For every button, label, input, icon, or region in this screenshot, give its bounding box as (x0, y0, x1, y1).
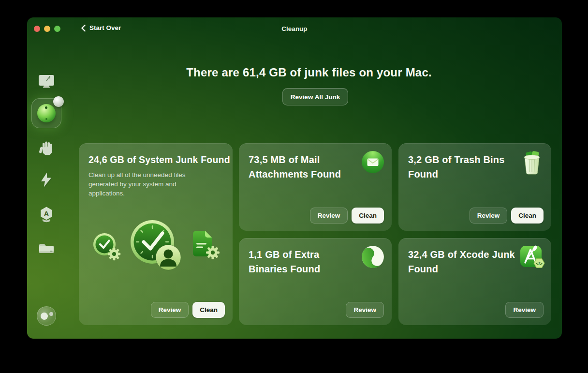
trash-bin-icon (521, 150, 544, 176)
sidebar-item-performance[interactable] (40, 172, 53, 190)
sidebar: A (27, 17, 66, 339)
card-title: 73,5 MB of Mail Attachments Found (239, 143, 366, 181)
xcode-icon: </> (519, 245, 545, 269)
extra-binaries-card[interactable]: 1,1 GB of Extra Binaries Found Review (239, 238, 392, 325)
review-button[interactable]: Review (310, 208, 348, 224)
clock-check-person-icon (129, 220, 183, 272)
junk-summary-heading: There are 61,4 GB of junk files on your … (66, 66, 552, 79)
mail-icon (361, 150, 384, 174)
binaries-swirl-icon (361, 245, 384, 269)
code-badge-label: </> (536, 261, 543, 266)
review-all-junk-button[interactable]: Review All Junk (282, 88, 348, 105)
imac-icon (38, 74, 55, 89)
folder-icon (38, 241, 55, 254)
document-gear-icon (189, 229, 222, 262)
trash-bins-card[interactable]: 3,2 GB of Trash Bins Found Revi (398, 143, 551, 231)
sidebar-item-files[interactable] (38, 241, 55, 256)
card-title: 24,6 GB of System Junk Found (79, 143, 233, 167)
clean-button[interactable]: Clean (192, 302, 225, 318)
review-button[interactable]: Review (505, 302, 544, 318)
svg-text:A: A (44, 209, 49, 218)
sidebar-item-smart-scan[interactable] (38, 74, 55, 91)
system-junk-card[interactable]: 24,6 GB of System Junk Found Clean up al… (79, 143, 233, 325)
card-title: 1,1 GB of Extra Binaries Found (239, 238, 366, 276)
hand-icon (39, 140, 54, 156)
mail-attachments-card[interactable]: 73,5 MB of Mail Attachments Found Review… (239, 143, 392, 231)
xcode-junk-card[interactable]: </> 32,4 GB of Xcode Junk Found Review (398, 238, 551, 325)
review-button[interactable]: Review (470, 208, 508, 224)
sidebar-item-applications[interactable]: A (39, 206, 55, 225)
notification-orb-icon (53, 96, 64, 107)
clean-button[interactable]: Clean (352, 208, 384, 224)
assistant-orb-icon[interactable] (37, 306, 56, 326)
sidebar-item-protection[interactable] (39, 140, 54, 158)
lightning-icon (40, 172, 53, 188)
card-title: 3,2 GB of Trash Bins Found (398, 143, 525, 181)
app-window: Start Over Cleanup (27, 17, 562, 339)
clock-check-gear-icon (92, 232, 122, 262)
app-badge-icon: A (39, 206, 55, 223)
card-description: Clean up all of the unneeded files gener… (79, 167, 210, 198)
desktop-background: Start Over Cleanup (0, 0, 588, 373)
window-title: Cleanup (27, 25, 562, 32)
system-junk-illustration (79, 220, 233, 292)
review-button[interactable]: Review (346, 302, 384, 318)
review-button[interactable]: Review (151, 302, 189, 318)
card-title: 32,4 GB of Xcode Junk Found (398, 238, 525, 276)
clean-button[interactable]: Clean (511, 208, 544, 224)
cleanup-sphere-icon (37, 104, 56, 122)
sidebar-item-cleanup-selected[interactable] (31, 98, 61, 128)
